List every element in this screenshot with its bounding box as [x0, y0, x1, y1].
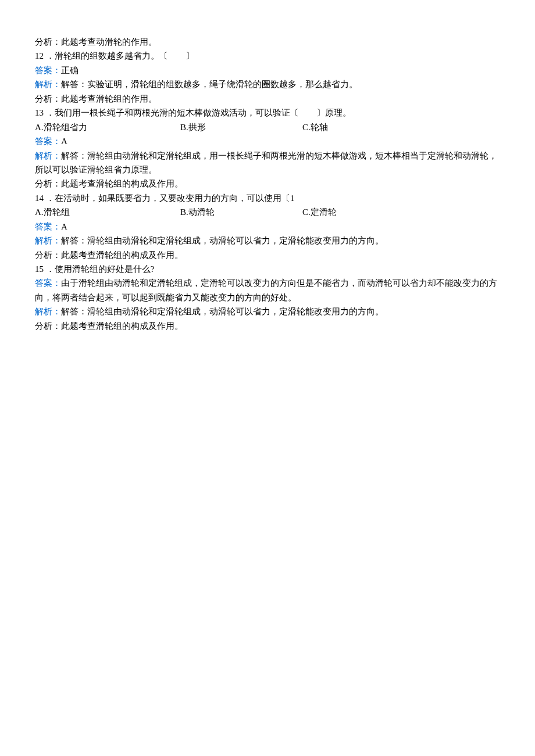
explain-text: 解答：滑轮组由动滑轮和定滑轮组成，用一根长绳子和两根光滑的短木棒做游戏，短木棒相… — [35, 151, 497, 174]
analysis-12: 分析：此题考查滑轮组的作用。 — [35, 92, 500, 106]
option-a: A.滑轮组 — [35, 205, 180, 219]
answer-label: 答案： — [35, 66, 61, 75]
answer-text: 正确 — [61, 66, 79, 75]
option-b: B.拱形 — [180, 120, 302, 134]
analysis-14: 分析：此题考查滑轮组的构成及作用。 — [35, 248, 500, 262]
explain-14: 解析：解答：滑轮组由动滑轮和定滑轮组成，动滑轮可以省力，定滑轮能改变用力的方向。 — [35, 234, 500, 248]
explain-13: 解析：解答：滑轮组由动滑轮和定滑轮组成，用一根长绳子和两根光滑的短木棒做游戏，短… — [35, 149, 500, 177]
explain-text: 解答：实验证明，滑轮组的组数越多，绳子绕滑轮的圈数越多，那么越省力。 — [61, 80, 358, 89]
answer-15: 答案：由于滑轮组由动滑轮和定滑轮组成，定滑轮可以改变力的方向但是不能省力，而动滑… — [35, 276, 500, 304]
answer-12: 答案：正确 — [35, 63, 500, 77]
answer-text: 由于滑轮组由动滑轮和定滑轮组成，定滑轮可以改变力的方向但是不能省力，而动滑轮可以… — [35, 278, 497, 302]
analysis-13: 分析：此题考查滑轮组的构成及作用。 — [35, 177, 500, 191]
explain-label: 解析： — [35, 151, 61, 160]
analysis-15: 分析：此题考查滑轮组的构成及作用。 — [35, 319, 500, 333]
answer-text: A — [61, 137, 67, 146]
question-13: 13 ．我们用一根长绳子和两根光滑的短木棒做游戏活动，可以验证〔 〕原理。 — [35, 106, 500, 120]
option-c: C.轮轴 — [302, 120, 328, 134]
question-15: 15 ．使用滑轮组的好处是什么? — [35, 262, 500, 276]
explain-text: 解答：滑轮组由动滑轮和定滑轮组成，动滑轮可以省力，定滑轮能改变用力的方向。 — [61, 236, 384, 245]
explain-label: 解析： — [35, 307, 61, 316]
option-c: C.定滑轮 — [302, 205, 337, 219]
options-13: A.滑轮组省力 B.拱形 C.轮轴 — [35, 120, 500, 134]
answer-13: 答案：A — [35, 134, 500, 148]
explain-label: 解析： — [35, 80, 61, 89]
option-a: A.滑轮组省力 — [35, 120, 180, 134]
explain-label: 解析： — [35, 236, 61, 245]
analysis-line: 分析：此题考查动滑轮的作用。 — [35, 35, 500, 49]
answer-text: A — [61, 222, 67, 231]
question-14: 14 ．在活动时，如果既要省力，又要改变用力的方向，可以使用〔1 — [35, 191, 500, 205]
option-b: B.动滑轮 — [180, 205, 302, 219]
answer-label: 答案： — [35, 137, 61, 146]
explain-text: 解答：滑轮组由动滑轮和定滑轮组成，动滑轮可以省力，定滑轮能改变用力的方向。 — [61, 307, 384, 316]
answer-label: 答案： — [35, 278, 61, 288]
answer-14: 答案：A — [35, 220, 500, 234]
question-12: 12 ．滑轮组的组数越多越省力。〔 〕 — [35, 49, 500, 63]
explain-12: 解析：解答：实验证明，滑轮组的组数越多，绳子绕滑轮的圈数越多，那么越省力。 — [35, 77, 500, 91]
answer-label: 答案： — [35, 222, 61, 231]
document-page: 分析：此题考查动滑轮的作用。 12 ．滑轮组的组数越多越省力。〔 〕 答案：正确… — [0, 0, 535, 333]
options-14: A.滑轮组 B.动滑轮 C.定滑轮 — [35, 205, 500, 219]
explain-15: 解析：解答：滑轮组由动滑轮和定滑轮组成，动滑轮可以省力，定滑轮能改变用力的方向。 — [35, 304, 500, 318]
